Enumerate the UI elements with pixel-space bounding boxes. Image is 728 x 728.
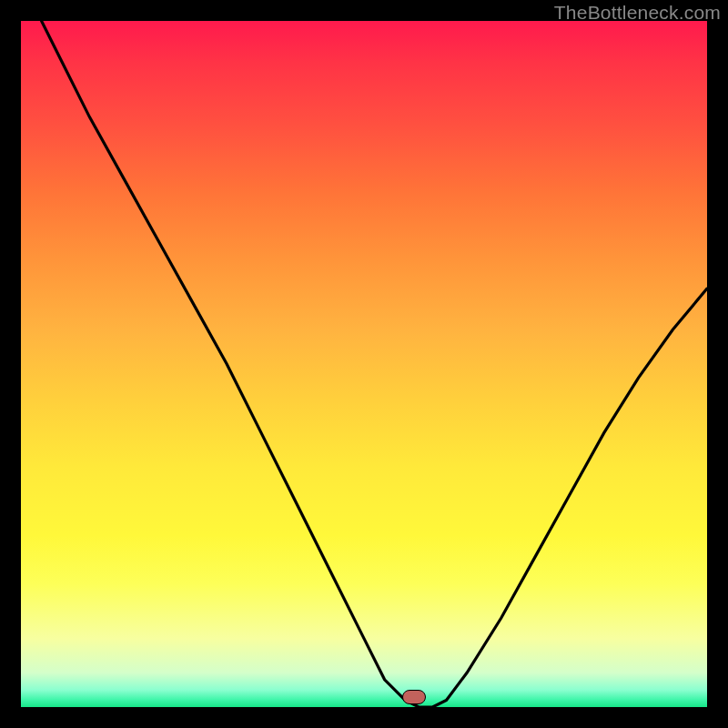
watermark-text: TheBottleneck.com xyxy=(554,2,721,24)
chart-frame: TheBottleneck.com xyxy=(0,0,728,728)
optimal-marker xyxy=(402,690,426,704)
bottleneck-curve xyxy=(21,21,707,707)
plot-area xyxy=(21,21,707,707)
